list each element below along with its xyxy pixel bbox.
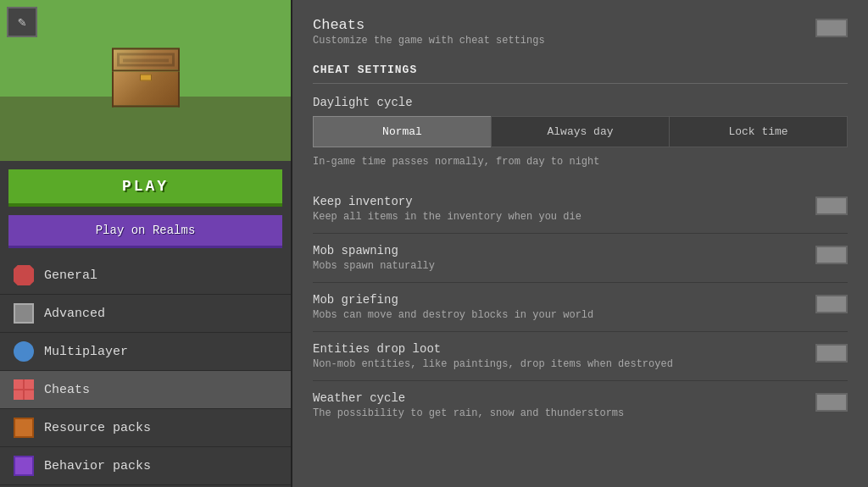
daylight-cycle-tabs: Normal Always day Lock time [313,116,848,147]
nav-menu: General Advanced Multiplayer Cheats Reso… [0,257,291,487]
sidebar-item-advanced[interactable]: Advanced [0,295,291,333]
sidebar-label-general: General [44,268,97,283]
entities-drop-loot-toggle[interactable] [815,344,848,362]
mob-spawning-name: Mob spawning [313,244,435,257]
weather-cycle-name: Weather cycle [313,391,624,405]
keep-inventory-row: Keep inventory Keep all items in the inv… [313,185,848,234]
daylight-normal-tab[interactable]: Normal [313,116,491,147]
cheats-toggle[interactable] [815,19,848,37]
keep-inventory-toggle[interactable] [815,196,848,215]
cheat-settings-heading: Cheat Settings [313,64,848,84]
keep-inventory-name: Keep inventory [313,195,581,208]
sidebar-item-cheats[interactable]: Cheats [0,371,291,409]
weather-cycle-toggle[interactable] [815,393,848,412]
multiplayer-icon [14,341,34,362]
play-on-realms-button[interactable]: Play on Realms [8,215,282,248]
entities-drop-loot-row: Entities drop loot Non-mob entities, lik… [313,332,848,381]
daylight-lock-time-tab[interactable]: Lock time [670,116,848,147]
daylight-cycle-active-description: In-game time passes normally, from day t… [313,156,848,168]
resource-packs-icon [14,418,34,438]
mob-spawning-desc: Mobs spawn naturally [313,260,435,272]
sidebar-item-general[interactable]: General [0,257,291,295]
cheats-title-group: Cheats Customize the game with cheat set… [313,17,545,47]
weather-cycle-row: Weather cycle The possibility to get rai… [313,381,848,429]
sidebar-label-advanced: Advanced [44,307,105,321]
mob-griefing-toggle[interactable] [815,295,848,313]
cheats-icon [14,379,34,400]
world-preview: ✎ [0,0,291,161]
play-button[interactable]: PLAY [8,169,282,207]
world-thumbnail-block [112,48,180,108]
cheats-description: Customize the game with cheat settings [313,35,545,47]
daylight-cycle-label: Daylight cycle [313,96,848,109]
mob-griefing-name: Mob griefing [313,293,593,307]
mob-griefing-desc: Mobs can move and destroy blocks in your… [313,309,593,321]
sidebar-label-multiplayer: Multiplayer [44,345,128,359]
daylight-cycle-group: Daylight cycle Normal Always day Lock ti… [313,96,848,168]
cheats-title: Cheats [313,17,545,33]
general-icon [14,265,34,285]
sidebar-item-behavior-packs[interactable]: Behavior packs [0,447,291,485]
entities-drop-loot-name: Entities drop loot [313,342,673,356]
keep-inventory-desc: Keep all items in the inventory when you… [313,211,581,223]
edit-world-icon[interactable]: ✎ [7,7,37,37]
left-panel: ✎ PLAY Play on Realms General Ad [0,0,292,487]
advanced-icon [14,303,34,324]
mob-griefing-row: Mob griefing Mobs can move and destroy b… [313,283,848,332]
sidebar-item-multiplayer[interactable]: Multiplayer [0,333,291,371]
chest-icon [112,48,180,108]
preview-grass: ✎ [0,0,291,161]
weather-cycle-desc: The possibility to get rain, snow and th… [313,407,624,419]
sidebar-label-resource-packs: Resource packs [44,421,151,435]
right-panel: Cheats Customize the game with cheat set… [292,0,868,487]
sidebar-label-cheats: Cheats [44,383,90,397]
mob-spawning-row: Mob spawning Mobs spawn naturally [313,234,848,283]
mob-spawning-toggle[interactable] [815,246,848,264]
behavior-packs-icon [14,456,34,476]
sidebar-label-behavior-packs: Behavior packs [44,459,151,473]
cheats-section-header: Cheats Customize the game with cheat set… [313,17,848,47]
sidebar-item-resource-packs[interactable]: Resource packs [0,409,291,447]
entities-drop-loot-desc: Non-mob entities, like paintings, drop i… [313,358,673,370]
daylight-always-day-tab[interactable]: Always day [491,116,670,147]
